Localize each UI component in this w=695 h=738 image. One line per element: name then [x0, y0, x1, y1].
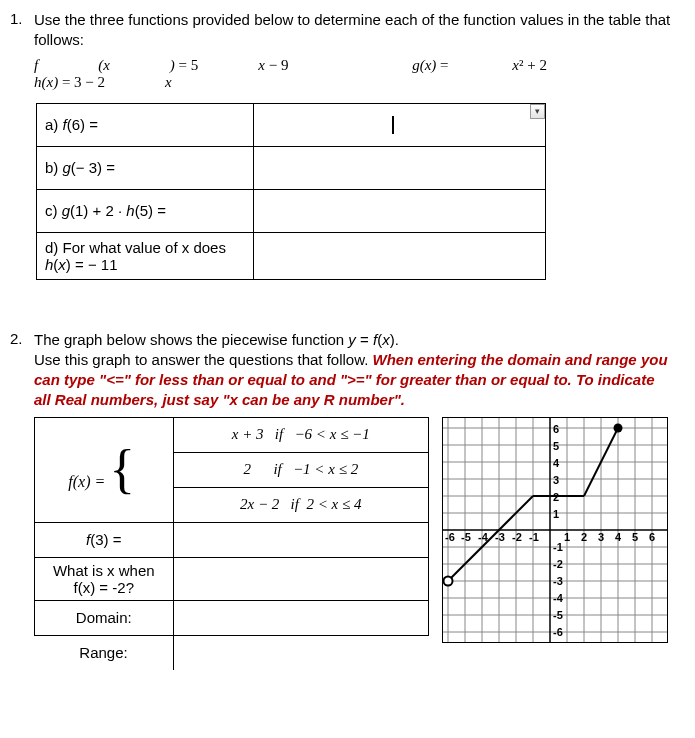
q2-row-range-label: Range: [35, 635, 174, 670]
q1-func-f: f(x) = 5x − 9 [34, 57, 348, 73]
q2-row-f3-input[interactable] [173, 522, 428, 557]
svg-text:-5: -5 [553, 609, 563, 621]
svg-text:1: 1 [564, 531, 570, 543]
q1-func-h: h(x) = 3 − 2x [34, 74, 172, 90]
svg-text:3: 3 [553, 474, 559, 486]
q2-piece-2: 2 if −1 < x ≤ 2 [173, 452, 428, 487]
piecewise-graph-svg: -6-5-4 -3-2-1 123 456 654 321 -1-2-3 -4-… [442, 417, 668, 643]
svg-text:-3: -3 [553, 575, 563, 587]
table-row: What is x when f(x) = -2? [35, 557, 429, 600]
svg-text:3: 3 [598, 531, 604, 543]
table-row: Domain: [35, 600, 429, 635]
table-row: a) f(6) = [37, 103, 546, 146]
q1-row-a-input[interactable] [254, 103, 546, 146]
open-point-icon [444, 576, 453, 585]
q1-row-c-input[interactable] [254, 189, 546, 232]
table-row: f(x) = { x + 3 if −6 < x ≤ −1 [35, 417, 429, 452]
svg-text:2: 2 [581, 531, 587, 543]
svg-text:5: 5 [553, 440, 559, 452]
q1-row-b-label: b) g(− 3) = [37, 146, 254, 189]
q2-fx-label: f(x) = { [35, 417, 174, 522]
q2-graph: -6-5-4 -3-2-1 123 456 654 321 -1-2-3 -4-… [442, 417, 672, 647]
q1-row-b-input[interactable] [254, 146, 546, 189]
q1-row-a-label: a) f(6) = [37, 103, 254, 146]
svg-text:1: 1 [553, 508, 559, 520]
svg-text:-5: -5 [461, 531, 471, 543]
closed-point-icon [614, 423, 623, 432]
question-2: 2. The graph below shows the piecewise f… [10, 330, 675, 670]
table-row: Range: [35, 635, 429, 670]
svg-text:-6: -6 [553, 626, 563, 638]
dropdown-caret-icon[interactable]: ▾ [530, 104, 545, 119]
table-row: d) For what value of x does h(x) = − 11 [37, 232, 546, 279]
q2-piece-1: x + 3 if −6 < x ≤ −1 [173, 417, 428, 452]
q1-row-d-label: d) For what value of x does h(x) = − 11 [37, 232, 254, 279]
q2-row-range-input[interactable] [173, 635, 428, 670]
svg-text:-2: -2 [553, 558, 563, 570]
q2-row-domain-input[interactable] [173, 600, 428, 635]
q1-number: 1. [10, 10, 34, 27]
q2-number: 2. [10, 330, 34, 347]
svg-text:6: 6 [649, 531, 655, 543]
svg-text:-2: -2 [512, 531, 522, 543]
svg-text:-4: -4 [553, 592, 564, 604]
q2-prompt: The graph below shows the piecewise func… [34, 330, 675, 411]
q2-piece-3: 2x − 2 if 2 < x ≤ 4 [173, 487, 428, 522]
q2-prompt-red: When entering the domain and range you c… [34, 351, 668, 409]
q2-row-domain-label: Domain: [35, 600, 174, 635]
q2-row-xwhen-label: What is x when f(x) = -2? [35, 557, 174, 600]
table-row: b) g(− 3) = [37, 146, 546, 189]
q1-row-d-line1: d) For what value of x does [45, 239, 245, 256]
question-1: 1. Use the three functions provided belo… [10, 10, 675, 280]
q1-row-c-label: c) g(1) + 2 · h(5) = [37, 189, 254, 232]
q2-row-f3-label: f(3) = [35, 522, 174, 557]
text-cursor-icon [392, 116, 394, 134]
svg-text:5: 5 [632, 531, 638, 543]
q1-func-g: g(x) = x² + 2 [412, 57, 607, 73]
svg-text:6: 6 [553, 423, 559, 435]
svg-text:-1: -1 [529, 531, 539, 543]
q1-row-d-input[interactable] [254, 232, 546, 279]
svg-text:-1: -1 [553, 541, 563, 553]
q1-functions: f(x) = 5x − 9 g(x) = x² + 2 h(x) = 3 − 2… [34, 57, 675, 91]
table-row: c) g(1) + 2 · h(5) = [37, 189, 546, 232]
table-row: f(3) = [35, 522, 429, 557]
q1-prompt: Use the three functions provided below t… [34, 10, 675, 51]
svg-text:-6: -6 [445, 531, 455, 543]
q1-row-d-line2: h(x) = − 11 [45, 256, 245, 273]
q2-row-xwhen-input[interactable] [173, 557, 428, 600]
svg-text:4: 4 [553, 457, 560, 469]
q1-table: a) f(6) = b) g(− 3) = c) g(1) + 2 · h(5)… [36, 103, 546, 280]
svg-text:4: 4 [615, 531, 622, 543]
q2-piecewise-table: f(x) = { x + 3 if −6 < x ≤ −1 2 if −1 < … [34, 417, 429, 670]
